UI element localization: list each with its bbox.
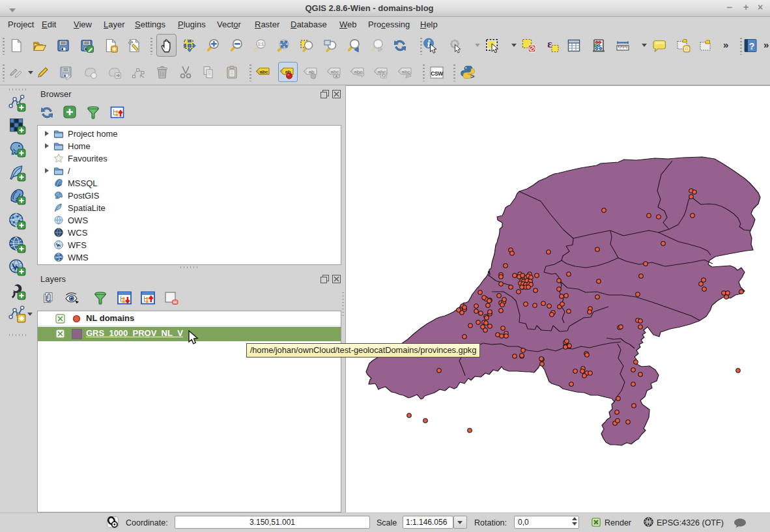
svg-text:1:1: 1:1: [258, 42, 264, 46]
svg-text:ε: ε: [547, 38, 552, 50]
svg-text:CSW: CSW: [431, 70, 444, 77]
svg-text:>: >: [470, 72, 474, 80]
svg-text:?: ?: [749, 41, 755, 51]
svg-text:abc: abc: [260, 69, 269, 75]
svg-text:abc: abc: [331, 69, 340, 75]
